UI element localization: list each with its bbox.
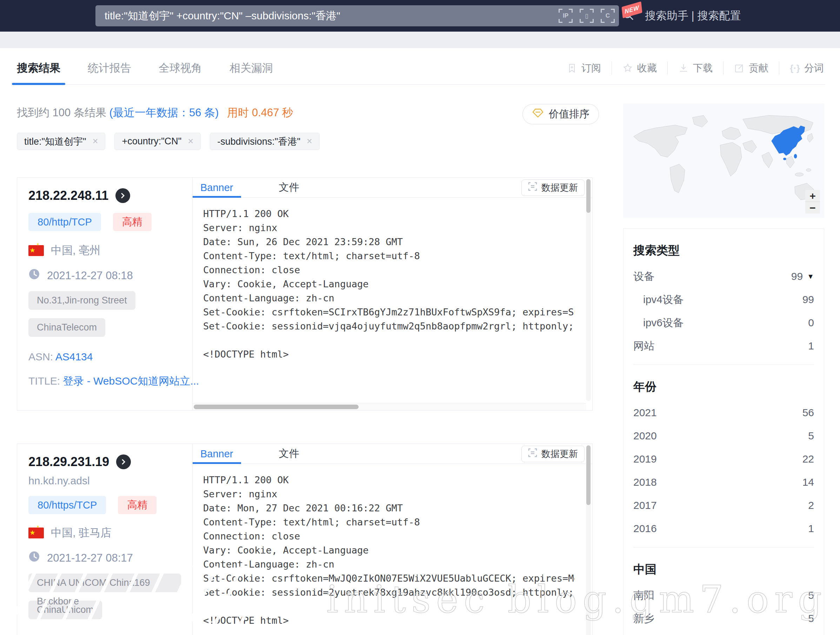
scrollbar-thumb[interactable] bbox=[194, 405, 358, 409]
data-update-button[interactable]: 数据更新 bbox=[521, 446, 584, 462]
flag-star: ★ bbox=[30, 245, 35, 256]
search-input[interactable] bbox=[95, 5, 619, 26]
result-tabs: 搜索结果 统计报告 全球视角 相关漏洞 bbox=[17, 52, 273, 84]
facet-row-2017[interactable]: 2017 2 bbox=[633, 494, 814, 517]
facet-row-2021[interactable]: 2021 56 bbox=[633, 401, 814, 424]
banner-line: Set-Cookie: csrftoken=MwJQ0zIkON07E5WiX2… bbox=[203, 572, 575, 586]
asn-link[interactable]: AS4134 bbox=[55, 351, 93, 363]
vertical-scrollbar[interactable] bbox=[586, 179, 591, 401]
facet-section-years: 年份 2021 56 2020 5 2019 22 2018 14 2017 2 bbox=[633, 364, 814, 547]
flag-star: ★ bbox=[36, 525, 39, 528]
scrollbar-thumb[interactable] bbox=[586, 445, 591, 505]
remove-filter-icon[interactable]: × bbox=[188, 136, 193, 147]
tab-search-results[interactable]: 搜索结果 bbox=[17, 52, 60, 84]
tab-file[interactable]: 文件 bbox=[279, 178, 299, 197]
caret-down-icon[interactable]: ▼ bbox=[807, 272, 814, 280]
banner-line: Server: nginx bbox=[203, 221, 575, 235]
filter-chip-subdivisions[interactable]: -subdivisions:"香港" × bbox=[210, 133, 320, 150]
facet-section-search-type: 搜索类型 设备 99▼ ipv4设备 99 ipv6设备 0 网站 1 bbox=[633, 229, 814, 364]
facet-label: 2016 bbox=[633, 523, 657, 535]
facet-label: 2019 bbox=[633, 453, 657, 465]
title-link[interactable]: 登录 - WebSOC知道网站立... bbox=[63, 375, 199, 387]
zoomeye-search-page: IP ▯ C NEW 搜索助手 | 搜索配置 搜索结果 统计报告 全球视角 相关… bbox=[0, 0, 840, 635]
clock-icon bbox=[28, 551, 40, 565]
tab-banner[interactable]: Banner bbox=[201, 178, 233, 197]
china-flag-icon: ★ ★ bbox=[28, 245, 44, 256]
facet-section-china: 中国 南阳 5 新乡 5 bbox=[633, 547, 814, 635]
zoom-in-button[interactable]: + bbox=[805, 190, 820, 202]
contribute-button[interactable]: 贡献 bbox=[723, 62, 779, 75]
bookmark-plus-icon bbox=[567, 63, 577, 73]
favicon-scan-icon[interactable]: C bbox=[601, 9, 615, 23]
tabs-row: 搜索结果 统计报告 全球视角 相关漏洞 订阅 收藏 bbox=[17, 52, 825, 85]
vertical-scrollbar[interactable] bbox=[586, 445, 591, 635]
download-label: 下载 bbox=[693, 62, 713, 75]
banner-line: HTTP/1.1 200 OK bbox=[203, 473, 575, 487]
tab-statistics-report[interactable]: 统计报告 bbox=[88, 52, 131, 84]
facet-label: 2018 bbox=[633, 476, 657, 488]
banner-content: HTTP/1.1 200 OK Server: nginx Date: Mon,… bbox=[193, 464, 592, 635]
tab-global-view[interactable]: 全球视角 bbox=[159, 52, 202, 84]
facet-row-nanyang[interactable]: 南阳 5 bbox=[633, 584, 814, 607]
value-sort-button[interactable]: 价值排序 bbox=[523, 104, 599, 124]
zoom-out-button[interactable]: − bbox=[805, 202, 820, 214]
facet-heading: 年份 bbox=[633, 379, 814, 395]
precision-tag: 高精 bbox=[113, 213, 152, 231]
tab-banner[interactable]: Banner bbox=[201, 444, 233, 464]
recent-count-link[interactable]: (最近一年数据：56 条) bbox=[109, 106, 219, 119]
download-button[interactable]: 下载 bbox=[667, 62, 723, 75]
banner-line: Connection: close bbox=[203, 263, 575, 277]
map-greenland bbox=[693, 115, 708, 127]
result-location: 中国, 亳州 bbox=[51, 243, 100, 258]
world-map[interactable]: + − bbox=[623, 104, 824, 218]
facet-row-ipv6[interactable]: ipv6设备 0 bbox=[633, 311, 814, 334]
banner-line: Date: Sun, 26 Dec 2021 23:59:28 GMT bbox=[203, 235, 575, 249]
favorite-button[interactable]: 收藏 bbox=[611, 62, 667, 75]
facet-row-2016[interactable]: 2016 1 bbox=[633, 517, 814, 540]
facet-row-device[interactable]: 设备 99▼ bbox=[633, 265, 814, 288]
facet-row-2020[interactable]: 2020 5 bbox=[633, 424, 814, 447]
filter-chip-country[interactable]: +country:"CN" × bbox=[114, 133, 201, 150]
result-ip[interactable]: 218.29.231.19 bbox=[28, 454, 109, 469]
address-chip: No.31,Jin-rong Street bbox=[28, 291, 136, 310]
result-location: 中国, 驻马店 bbox=[51, 526, 111, 540]
facet-row-ipv4[interactable]: ipv4设备 99 bbox=[633, 288, 814, 311]
map-se-asia bbox=[786, 156, 794, 168]
remove-filter-icon[interactable]: × bbox=[307, 136, 312, 147]
filter-chip-title[interactable]: title:"知道创宇" × bbox=[17, 133, 105, 150]
tab-file[interactable]: 文件 bbox=[279, 444, 299, 464]
port-service-tag[interactable]: 80/http/TCP bbox=[28, 213, 101, 231]
open-detail-button[interactable] bbox=[115, 188, 130, 203]
scrollbar-thumb[interactable] bbox=[586, 179, 591, 213]
subscribe-button[interactable]: 订阅 bbox=[556, 62, 611, 75]
banner-line: Content-Language: zh-cn bbox=[203, 557, 575, 572]
tab-related-vulnerabilities[interactable]: 相关漏洞 bbox=[229, 52, 273, 84]
data-update-button[interactable]: 数据更新 bbox=[521, 179, 584, 196]
result-ip[interactable]: 218.22.248.11 bbox=[28, 188, 109, 203]
facet-row-xinxiang[interactable]: 新乡 5 bbox=[633, 607, 814, 630]
facet-row-2018[interactable]: 2018 14 bbox=[633, 470, 814, 494]
flag-star: ★ bbox=[36, 242, 39, 246]
nav-links[interactable]: 搜索助手 | 搜索配置 bbox=[645, 0, 741, 32]
file-scan-icon[interactable]: ▯ bbox=[579, 9, 594, 23]
remove-filter-icon[interactable]: × bbox=[93, 136, 98, 147]
segmentation-button[interactable]: {·} 分词 bbox=[779, 62, 825, 75]
map-europe bbox=[722, 127, 741, 139]
filter-chip-label: +country:"CN" bbox=[122, 136, 182, 147]
facet-heading: 搜索类型 bbox=[633, 243, 814, 258]
open-detail-button[interactable] bbox=[116, 454, 131, 469]
map-africa bbox=[720, 142, 742, 176]
result-info-panel: 218.22.248.11 80/http/TCP 高精 ★ ★ 中国, 亳州 bbox=[17, 178, 193, 410]
facet-row-2019[interactable]: 2019 22 bbox=[633, 447, 814, 470]
facet-heading: 中国 bbox=[633, 562, 814, 577]
port-service-tag[interactable]: 80/https/TCP bbox=[28, 496, 106, 514]
banner-line: <!DOCTYPE html> bbox=[203, 347, 575, 361]
banner-line: Content-Type: text/html; charset=utf-8 bbox=[203, 515, 575, 529]
data-update-label: 数据更新 bbox=[542, 448, 578, 460]
map-south-america bbox=[670, 164, 685, 193]
horizontal-scrollbar[interactable] bbox=[193, 403, 586, 410]
segmentation-label: 分词 bbox=[804, 62, 824, 75]
facet-row-website[interactable]: 网站 1 bbox=[633, 334, 814, 358]
result-card: 218.22.248.11 80/http/TCP 高精 ★ ★ 中国, 亳州 bbox=[17, 177, 593, 410]
ip-scan-icon[interactable]: IP bbox=[559, 9, 573, 23]
